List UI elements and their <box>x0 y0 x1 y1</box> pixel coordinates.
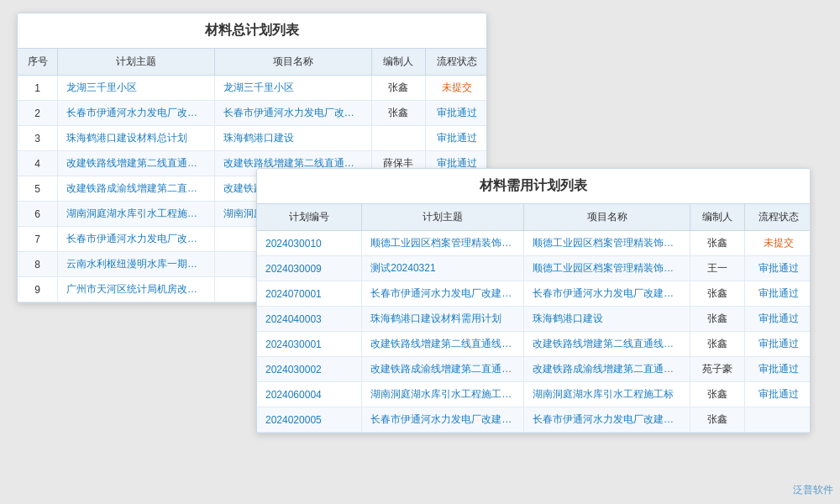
seq-cell: 9 <box>18 277 58 302</box>
seq-cell: 1 <box>18 76 58 101</box>
editor-cell: 张鑫 <box>371 101 425 126</box>
status-cell: 审批通过 <box>425 101 487 126</box>
seq-cell: 4 <box>18 151 58 176</box>
plan-cell: 湖南洞庭湖水库引水工程施工标材料... <box>362 382 524 407</box>
editor-cell <box>371 126 425 151</box>
status-cell: 审批通过 <box>745 256 811 281</box>
table-row[interactable]: 2024070001 长春市伊通河水力发电厂改建工程合... 长春市伊通河水力发… <box>257 281 811 307</box>
status-cell: 审批通过 <box>745 357 811 382</box>
plan-cell: 改建铁路成渝线增建第二直通线（成... <box>362 357 524 382</box>
editor-cell: 张鑫 <box>690 231 745 256</box>
table2-header-row: 计划编号 计划主题 项目名称 编制人 流程状态 <box>257 204 811 231</box>
plan-cell: 改建铁路线增建第二线直通线（成都... <box>362 332 524 357</box>
seq-cell: 7 <box>18 227 58 252</box>
seq-cell: 5 <box>18 176 58 202</box>
status-cell <box>745 407 811 433</box>
table2-header-project: 项目名称 <box>524 204 690 231</box>
code-cell: 2024030009 <box>257 256 362 281</box>
table-row[interactable]: 3 珠海鹤港口建设材料总计划 珠海鹤港口建设 审批通过 <box>18 126 487 151</box>
project-cell: 珠海鹤港口建设 <box>524 307 690 332</box>
project-cell: 长春市伊通河水力发电厂改建工程 <box>524 407 690 433</box>
project-cell: 改建铁路成渝线增建第二直通线（成... <box>524 357 690 382</box>
project-cell: 顺德工业园区档案管理精装饰工程（... <box>524 256 690 281</box>
table-row[interactable]: 2024030009 测试20240321 顺德工业园区档案管理精装饰工程（..… <box>257 256 811 281</box>
project-cell: 湖南洞庭湖水库引水工程施工标 <box>524 382 690 407</box>
editor-cell: 张鑫 <box>690 382 745 407</box>
material-demand-plan-table: 材料需用计划列表 计划编号 计划主题 项目名称 编制人 流程状态 2024030… <box>256 168 811 433</box>
status-cell: 审批通过 <box>745 382 811 407</box>
seq-cell: 2 <box>18 101 58 126</box>
table-row[interactable]: 2024020005 长春市伊通河水力发电厂改建工程材... 长春市伊通河水力发… <box>257 407 811 433</box>
editor-cell: 王一 <box>690 256 745 281</box>
plan-cell: 长春市伊通河水力发电厂改建工程合... <box>362 281 524 307</box>
plan-cell: 长春市伊通河水力发电厂改建工程合同材料... <box>58 101 215 126</box>
code-cell: 2024060004 <box>257 382 362 407</box>
project-cell: 顺德工业园区档案管理精装饰工程（... <box>524 231 690 256</box>
plan-cell: 龙湖三千里小区 <box>58 76 215 101</box>
table1-header-plan: 计划主题 <box>58 49 215 76</box>
code-cell: 2024030002 <box>257 357 362 382</box>
plan-cell: 改建铁路线增建第二线直通线（成都-西安）... <box>58 151 215 176</box>
table-row[interactable]: 2024060004 湖南洞庭湖水库引水工程施工标材料... 湖南洞庭湖水库引水… <box>257 382 811 407</box>
code-cell: 2024030001 <box>257 332 362 357</box>
table-row[interactable]: 2024040003 珠海鹤港口建设材料需用计划 珠海鹤港口建设 张鑫 审批通过 <box>257 307 811 332</box>
table2-header-editor: 编制人 <box>690 204 745 231</box>
plan-cell: 顺德工业园区档案管理精装饰工程（... <box>362 231 524 256</box>
editor-cell: 张鑫 <box>690 281 745 307</box>
project-cell: 龙湖三千里小区 <box>214 76 371 101</box>
editor-cell: 苑子豪 <box>690 357 745 382</box>
code-cell: 2024070001 <box>257 281 362 307</box>
table2-header-plan: 计划主题 <box>362 204 524 231</box>
table-row[interactable]: 2024030002 改建铁路成渝线增建第二直通线（成... 改建铁路成渝线增建… <box>257 357 811 382</box>
watermark: 泛普软件 <box>793 483 833 497</box>
table1-header-status: 流程状态 <box>425 49 487 76</box>
project-cell: 长春市伊通河水力发电厂改建工程 <box>214 101 371 126</box>
status-cell: 未提交 <box>745 231 811 256</box>
plan-cell: 云南水利枢纽漫明水库一期工程施工标材料... <box>58 252 215 277</box>
editor-cell: 张鑫 <box>690 332 745 357</box>
table-row[interactable]: 2024030001 改建铁路线增建第二线直通线（成都... 改建铁路线增建第二… <box>257 332 811 357</box>
table2-title: 材料需用计划列表 <box>257 169 810 204</box>
seq-cell: 8 <box>18 252 58 277</box>
status-cell: 未提交 <box>425 76 487 101</box>
project-cell: 长春市伊通河水力发电厂改建工程 <box>524 281 690 307</box>
project-cell: 改建铁路线增建第二线直通线（成都... <box>524 332 690 357</box>
table-row[interactable]: 2 长春市伊通河水力发电厂改建工程合同材料... 长春市伊通河水力发电厂改建工程… <box>18 101 487 126</box>
status-cell: 审批通过 <box>425 126 487 151</box>
editor-cell: 张鑫 <box>690 307 745 332</box>
status-cell: 审批通过 <box>745 307 811 332</box>
seq-cell: 6 <box>18 202 58 227</box>
code-cell: 2024030010 <box>257 231 362 256</box>
table2-header-code: 计划编号 <box>257 204 362 231</box>
seq-cell: 3 <box>18 126 58 151</box>
table1-header-row: 序号 计划主题 项目名称 编制人 流程状态 <box>18 49 487 76</box>
plan-cell: 珠海鹤港口建设材料总计划 <box>58 126 215 151</box>
table1-header-editor: 编制人 <box>371 49 425 76</box>
table-row[interactable]: 1 龙湖三千里小区 龙湖三千里小区 张鑫 未提交 <box>18 76 487 101</box>
plan-cell: 长春市伊通河水力发电厂改建工程材料总计划 <box>58 227 215 252</box>
plan-cell: 湖南洞庭湖水库引水工程施工标材料总计划 <box>58 202 215 227</box>
table1-title: 材料总计划列表 <box>18 13 486 49</box>
plan-cell: 测试20240321 <box>362 256 524 281</box>
plan-cell: 广州市天河区统计局机房改造项目材料总计划 <box>58 277 215 302</box>
code-cell: 2024040003 <box>257 307 362 332</box>
plan-cell: 长春市伊通河水力发电厂改建工程材... <box>362 407 524 433</box>
plan-cell: 珠海鹤港口建设材料需用计划 <box>362 307 524 332</box>
editor-cell: 张鑫 <box>690 407 745 433</box>
code-cell: 2024020005 <box>257 407 362 433</box>
table2-header-status: 流程状态 <box>745 204 811 231</box>
table1-header-seq: 序号 <box>18 49 58 76</box>
status-cell: 审批通过 <box>745 332 811 357</box>
project-cell: 珠海鹤港口建设 <box>214 126 371 151</box>
status-cell: 审批通过 <box>745 281 811 307</box>
editor-cell: 张鑫 <box>371 76 425 101</box>
table1-header-project: 项目名称 <box>214 49 371 76</box>
plan-cell: 改建铁路成渝线增建第二直通线（成渝枢纽... <box>58 176 215 202</box>
table-row[interactable]: 2024030010 顺德工业园区档案管理精装饰工程（... 顺德工业园区档案管… <box>257 231 811 256</box>
